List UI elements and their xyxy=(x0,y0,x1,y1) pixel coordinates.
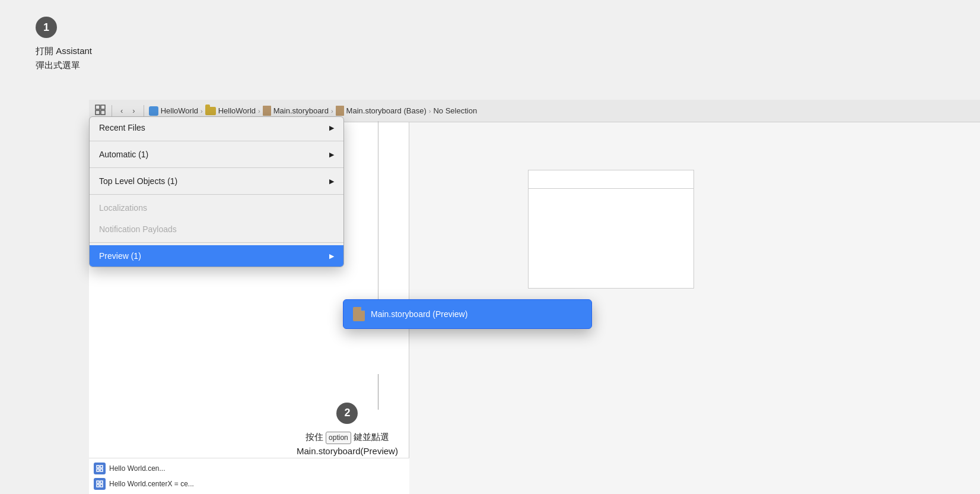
menu-sep-3 xyxy=(90,194,343,195)
breadcrumb-main-storyboard[interactable]: Main.storyboard xyxy=(263,106,329,116)
option-key: option xyxy=(326,432,351,444)
step1-circle: 1 xyxy=(36,17,57,38)
step2-circle: 2 xyxy=(336,403,358,424)
step1-area: 1 打開 Assistant 彈出式選單 xyxy=(36,17,92,72)
menu-label-top-level: Top Level Objects (1) xyxy=(99,176,177,186)
constraint-label-2: Hello World.centerX = ce... xyxy=(109,480,194,488)
svg-rect-6 xyxy=(97,469,99,471)
folder-icon xyxy=(205,107,216,115)
breadcrumb-helloworld-app[interactable]: HelloWorld xyxy=(149,106,198,116)
constraint-icon-1 xyxy=(94,463,106,474)
menu-sep-1 xyxy=(90,141,343,141)
menu-item-localizations: Localizations xyxy=(90,197,343,218)
storyboard-doc-icon xyxy=(263,106,271,116)
menu-label-automatic: Automatic (1) xyxy=(99,150,148,159)
menu-sep-2 xyxy=(90,167,343,168)
svg-rect-9 xyxy=(100,481,103,483)
submenu-item-main-storyboard[interactable]: Main.storyboard (Preview) xyxy=(343,300,591,328)
breadcrumb-chevron-4: › xyxy=(429,107,431,115)
vertical-guide-line xyxy=(378,121,378,299)
step2-label: 按住 option 鍵並點選 Main.storyboard(Preview) xyxy=(297,430,398,458)
submenu-label: Main.storyboard (Preview) xyxy=(371,309,467,319)
menu-label-localizations: Localizations xyxy=(99,203,147,213)
app-icon xyxy=(149,106,158,116)
svg-rect-7 xyxy=(100,469,103,471)
menu-arrow-preview: ▶ xyxy=(329,252,334,260)
toolbar-divider xyxy=(112,105,112,117)
submenu-panel[interactable]: Main.storyboard (Preview) xyxy=(343,299,592,329)
breadcrumb-chevron-1: › xyxy=(201,107,203,115)
menu-item-top-level[interactable]: Top Level Objects (1) ▶ xyxy=(90,170,343,192)
step2-area: 2 按住 option 鍵並點選 Main.storyboard(Preview… xyxy=(297,403,398,458)
menu-item-recent-files[interactable]: Recent Files ▶ xyxy=(90,117,343,138)
storyboard-viewport xyxy=(528,170,694,289)
constraint-icon-2 xyxy=(94,478,106,490)
storyboard-viewport-inner xyxy=(529,188,693,189)
breadcrumb-main-storyboard-base[interactable]: Main.storyboard (Base) xyxy=(336,106,427,116)
menu-arrow-recent-files: ▶ xyxy=(329,124,334,132)
forward-button[interactable]: › xyxy=(129,105,138,116)
menu-item-automatic[interactable]: Automatic (1) ▶ xyxy=(90,144,343,165)
svg-rect-11 xyxy=(100,484,103,487)
breadcrumb-no-selection: No Selection xyxy=(433,106,477,115)
breadcrumb-helloworld-folder[interactable]: HelloWorld xyxy=(205,106,256,115)
breadcrumb-chevron-2: › xyxy=(258,107,260,115)
toolbar-divider2 xyxy=(144,105,144,117)
menu-item-preview[interactable]: Preview (1) ▶ xyxy=(90,245,343,267)
menu-label-notification-payloads: Notification Payloads xyxy=(99,224,177,234)
svg-rect-4 xyxy=(97,466,99,468)
menu-label-preview: Preview (1) xyxy=(99,251,141,261)
dropdown-menu: Recent Files ▶ Automatic (1) ▶ Top Level… xyxy=(89,116,344,267)
constraint-label-1: Hello World.cen... xyxy=(109,464,165,473)
menu-item-notification-payloads: Notification Payloads xyxy=(90,218,343,240)
back-button[interactable]: ‹ xyxy=(117,105,126,116)
svg-rect-0 xyxy=(96,105,100,109)
menu-sep-4 xyxy=(90,242,343,243)
svg-rect-5 xyxy=(100,466,103,468)
svg-rect-3 xyxy=(101,110,105,115)
storyboard-base-doc-icon xyxy=(336,106,344,116)
step1-label: 打開 Assistant 彈出式選單 xyxy=(36,44,92,72)
submenu-doc-icon xyxy=(353,307,365,321)
svg-rect-10 xyxy=(97,484,99,487)
menu-label-recent-files: Recent Files xyxy=(99,123,145,132)
breadcrumb-chevron-3: › xyxy=(331,107,333,115)
svg-rect-1 xyxy=(101,105,105,109)
svg-rect-2 xyxy=(96,110,100,115)
menu-arrow-automatic: ▶ xyxy=(329,151,334,159)
svg-rect-8 xyxy=(97,481,99,483)
menu-arrow-top-level: ▶ xyxy=(329,178,334,185)
